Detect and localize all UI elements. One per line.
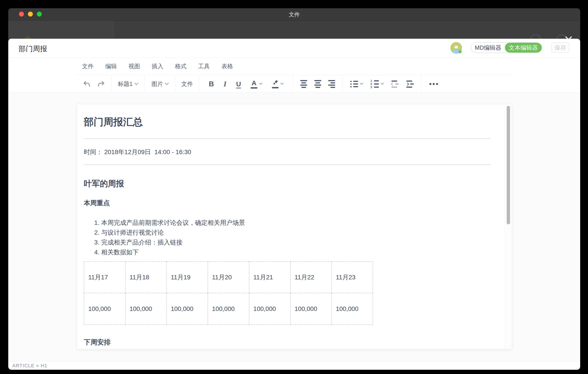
chevron-down-icon xyxy=(134,81,138,85)
toolbar-group-heading: 标题1 xyxy=(111,75,145,93)
table-cell[interactable]: 11月21 xyxy=(249,262,290,293)
menu-format[interactable]: 格式 xyxy=(173,61,188,72)
doc-data-table: 11月17 11月18 11月19 11月20 11月21 11月22 11月2… xyxy=(84,261,373,325)
table-cell[interactable]: 11月19 xyxy=(167,262,208,293)
toolbar: 标题1 图片 文件 B I xyxy=(77,75,511,93)
toolbar-group-image: 图片 xyxy=(145,75,175,93)
file-attach-button[interactable]: 文件 xyxy=(181,80,193,88)
numbered-list-dropdown[interactable]: 1 2 3 xyxy=(370,80,384,88)
doc-divider xyxy=(84,165,490,165)
italic-button[interactable]: I xyxy=(224,80,226,88)
menu-file[interactable]: 文件 xyxy=(80,61,95,72)
indent-icon[interactable] xyxy=(406,80,414,88)
numbered-list-icon: 1 2 3 xyxy=(370,80,379,88)
list-item[interactable]: 完成相关产品介绍：插入链接 xyxy=(101,238,490,247)
list-item[interactable]: 相关数据如下 xyxy=(101,247,490,257)
font-color-icon: A xyxy=(251,80,257,88)
table-row: 100,000 100,000 100,000 100,000 100,000 … xyxy=(84,293,373,325)
toolbar-group-history xyxy=(77,75,111,93)
chevron-down-icon xyxy=(280,81,284,85)
close-icon[interactable] xyxy=(564,35,574,39)
window-title: 文件 xyxy=(8,8,580,21)
doc-heading-1[interactable]: 部门周报汇总 xyxy=(84,115,490,129)
doc-subsection-title[interactable]: 本周重点 xyxy=(84,199,490,208)
toolbar-group-more xyxy=(422,75,511,93)
bold-button[interactable]: B xyxy=(209,80,214,88)
menu-edit[interactable]: 编辑 xyxy=(104,61,119,72)
editor-content-area: 部门周报汇总 时间： 2018年12月09日 14:00 - 16:30 叶军的… xyxy=(8,93,580,361)
table-cell[interactable]: 11月20 xyxy=(208,262,249,293)
align-left-icon[interactable] xyxy=(300,80,307,88)
chevron-down-icon xyxy=(381,81,384,85)
align-center-icon[interactable] xyxy=(314,80,321,88)
image-dropdown[interactable]: 图片 xyxy=(151,80,168,88)
table-cell[interactable]: 100,000 xyxy=(249,293,290,325)
table-row: 11月17 11月18 11月19 11月20 11月21 11月22 11月2… xyxy=(84,262,373,293)
modal-header: 部门周报 MD编辑器 文本编辑器 保存 xyxy=(8,39,580,57)
doc-time-line[interactable]: 时间： 2018年12月09日 14:00 - 16:30 xyxy=(84,148,490,156)
dimmed-backdrop xyxy=(8,21,580,39)
chevron-down-icon xyxy=(360,81,363,85)
table-cell[interactable]: 100,000 xyxy=(332,293,373,325)
save-button[interactable]: 保存 xyxy=(551,43,569,53)
toolbar-group-align xyxy=(293,75,343,93)
doc-ordered-list: 本周完成产品前期需求讨论会议，确定相关用户场景 与设计师进行视觉讨论 完成相关产… xyxy=(84,218,490,257)
menu-tools[interactable]: 工具 xyxy=(196,61,211,72)
scrollbar-thumb[interactable] xyxy=(507,106,510,224)
toolbar-row: 标题1 图片 文件 B I xyxy=(8,75,580,93)
chevron-down-icon xyxy=(165,81,169,85)
redo-button[interactable] xyxy=(97,80,105,88)
chevron-down-icon xyxy=(259,81,263,85)
table-cell[interactable]: 100,000 xyxy=(208,293,249,325)
bullet-list-dropdown[interactable] xyxy=(350,81,363,88)
menu-view[interactable]: 视图 xyxy=(127,61,142,72)
menu-bar: 文件 编辑 视图 插入 格式 工具 表格 xyxy=(8,57,580,75)
dimmed-sidebar xyxy=(8,21,114,39)
doc-divider xyxy=(84,138,490,139)
underline-button[interactable]: U xyxy=(236,80,241,88)
editor-mode-toggle: MD编辑器 文本编辑器 xyxy=(471,42,542,53)
table-cell[interactable]: 11月17 xyxy=(84,262,125,293)
list-item[interactable]: 本周完成产品前期需求讨论会议，确定相关用户场景 xyxy=(101,218,490,228)
heading-dropdown[interactable]: 标题1 xyxy=(118,80,138,88)
text-editor-toggle[interactable]: 文本编辑器 xyxy=(505,43,542,53)
menu-table[interactable]: 表格 xyxy=(220,61,235,72)
table-cell[interactable]: 11月22 xyxy=(290,262,332,293)
document-page[interactable]: 部门周报汇总 时间： 2018年12月09日 14:00 - 16:30 叶军的… xyxy=(77,104,512,349)
outdent-icon[interactable] xyxy=(391,80,399,88)
more-options-icon[interactable] xyxy=(429,83,438,85)
table-cell[interactable]: 100,000 xyxy=(167,293,208,325)
element-path-breadcrumb: ARTICLE » H1 xyxy=(12,363,47,369)
table-cell[interactable]: 100,000 xyxy=(125,293,167,325)
md-editor-toggle[interactable]: MD编辑器 xyxy=(471,43,505,53)
list-item[interactable]: 与设计师进行视觉讨论 xyxy=(101,228,490,238)
toolbar-group-file: 文件 xyxy=(175,75,199,93)
table-cell[interactable]: 11月18 xyxy=(125,262,167,293)
highlighter-icon xyxy=(272,80,279,88)
table-cell[interactable]: 100,000 xyxy=(84,293,125,325)
status-bar: ARTICLE » H1 xyxy=(8,361,580,370)
dimmed-circle-button xyxy=(530,34,541,39)
app-window: 文件 部门周报 xyxy=(8,8,580,370)
toolbar-group-text-style: B I U A xyxy=(199,75,293,93)
document-title: 部门周报 xyxy=(19,44,47,54)
undo-button[interactable] xyxy=(83,80,91,88)
doc-section-title[interactable]: 叶军的周报 xyxy=(84,178,490,189)
doc-next-section-title[interactable]: 下周安排 xyxy=(84,338,490,347)
titlebar: 文件 xyxy=(8,8,580,21)
align-right-icon[interactable] xyxy=(328,80,335,88)
table-cell[interactable]: 100,000 xyxy=(290,293,332,325)
font-color-dropdown[interactable]: A xyxy=(251,80,262,88)
menu-insert[interactable]: 插入 xyxy=(150,61,165,72)
table-cell[interactable]: 11月23 xyxy=(332,262,373,293)
bullet-list-icon xyxy=(350,81,358,88)
highlight-color-dropdown[interactable] xyxy=(272,80,283,88)
document-body: 部门周报汇总 时间： 2018年12月09日 14:00 - 16:30 叶军的… xyxy=(77,115,512,347)
avatar[interactable] xyxy=(450,42,462,54)
scrollbar-track[interactable] xyxy=(505,104,512,349)
toolbar-group-lists: 1 2 3 xyxy=(343,75,422,93)
editor-modal: 部门周报 MD编辑器 文本编辑器 保存 xyxy=(8,39,580,370)
